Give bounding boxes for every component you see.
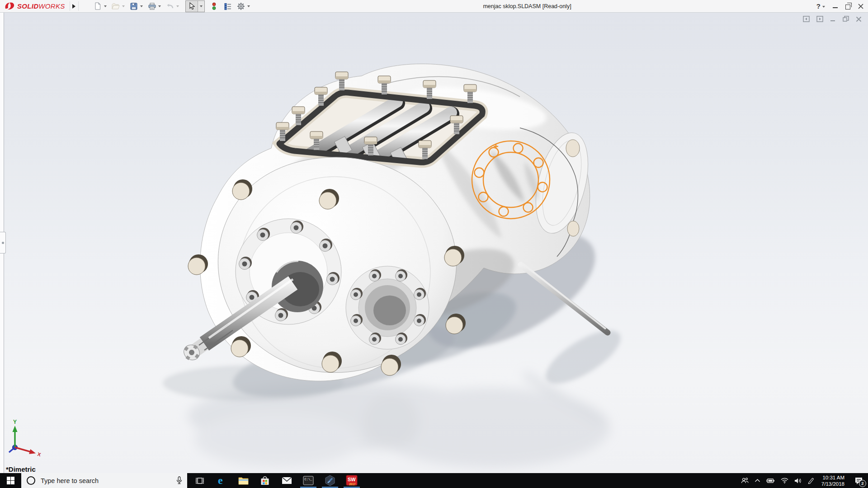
- microphone-icon[interactable]: [176, 476, 183, 485]
- edge-icon: e: [216, 475, 227, 486]
- save-button[interactable]: [129, 1, 147, 11]
- doc-restore-button[interactable]: [843, 16, 849, 22]
- command-prompt-button[interactable]: C:\_: [297, 473, 319, 488]
- store-icon: [260, 475, 270, 486]
- dropdown-caret[interactable]: [822, 6, 825, 8]
- end-cap-fitting[interactable]: [566, 140, 580, 157]
- rebuild-traffic-light-icon: [210, 2, 218, 10]
- solidworks-logo: SOLIDWORKS: [0, 2, 65, 11]
- file-properties-icon: [224, 2, 232, 10]
- taskbar-apps: e C:\_: [189, 473, 363, 488]
- dassault-logo-icon: [4, 2, 15, 11]
- app-window-controls: ?: [816, 0, 863, 12]
- brand-text-works: WORKS: [38, 2, 65, 10]
- clock-time: 10:31 AM: [821, 474, 844, 481]
- graphics-viewport[interactable]: Y X *Dimetric: [0, 13, 868, 473]
- command-prompt-icon: C:\_: [303, 476, 314, 485]
- dropdown-caret[interactable]: [140, 5, 143, 7]
- doc-minimize-button[interactable]: [830, 16, 836, 22]
- battery-icon[interactable]: [766, 478, 775, 483]
- action-center-button[interactable]: 2: [852, 474, 865, 488]
- solidworks-2017-button[interactable]: SW 2017: [341, 473, 363, 488]
- undo-button[interactable]: [165, 1, 184, 11]
- menu-flyout-button[interactable]: [70, 1, 79, 11]
- help-icon: ?: [816, 2, 821, 10]
- triad-x-label: X: [37, 451, 42, 458]
- rebuild-button[interactable]: [209, 1, 219, 11]
- triad-y-label: Y: [13, 419, 17, 425]
- system-tray: 10:31 AM 7/13/2018 2: [741, 473, 868, 488]
- dropdown-caret[interactable]: [176, 5, 179, 7]
- pen-icon[interactable]: [807, 477, 814, 484]
- close-button[interactable]: [858, 4, 863, 9]
- dropdown-caret: [200, 5, 203, 7]
- volume-icon[interactable]: [794, 478, 802, 484]
- print-button[interactable]: [147, 1, 165, 11]
- edge-button[interactable]: e: [211, 473, 232, 488]
- svg-text:SW: SW: [348, 477, 356, 482]
- svg-text:e: e: [218, 475, 223, 486]
- notification-badge: 2: [859, 480, 866, 487]
- output-hub-recess[interactable]: [346, 266, 429, 349]
- hexagon-app-button[interactable]: [319, 473, 341, 488]
- mail-icon: [282, 477, 292, 484]
- people-icon[interactable]: [741, 477, 749, 484]
- dropdown-caret[interactable]: [247, 5, 250, 7]
- print-icon: [148, 2, 156, 10]
- open-folder-icon: [112, 2, 120, 10]
- taskbar-clock[interactable]: 10:31 AM 7/13/2018: [821, 474, 844, 487]
- open-button[interactable]: [111, 1, 129, 11]
- save-floppy-icon: [130, 2, 138, 10]
- selected-flange-highlight[interactable]: [472, 141, 550, 219]
- dropdown-caret[interactable]: [158, 5, 161, 7]
- new-document-icon: [94, 2, 102, 10]
- pane-toggle-right-button[interactable]: [816, 16, 823, 22]
- file-explorer-icon: [238, 476, 249, 485]
- cortana-icon[interactable]: [27, 476, 35, 485]
- mail-button[interactable]: [276, 473, 297, 488]
- select-tool-button[interactable]: [186, 1, 198, 12]
- microsoft-store-button[interactable]: [254, 473, 276, 488]
- pane-toggle-left-button[interactable]: [803, 16, 810, 22]
- quick-access-toolbar: [93, 0, 255, 12]
- file-explorer-button[interactable]: [232, 473, 254, 488]
- taskbar-spacer: [363, 473, 741, 488]
- solidworks-2017-icon: SW 2017: [346, 474, 358, 487]
- document-window-controls: [803, 16, 862, 22]
- minimize-button[interactable]: [833, 7, 838, 8]
- feature-panel-expand-tab[interactable]: [0, 232, 6, 253]
- dropdown-caret[interactable]: [122, 5, 125, 7]
- select-tool-group: [185, 0, 205, 12]
- options-gear-icon: [237, 2, 245, 10]
- start-button[interactable]: [0, 473, 21, 488]
- svg-text:2017: 2017: [349, 483, 356, 486]
- doc-close-button[interactable]: [856, 16, 862, 22]
- help-button[interactable]: ?: [816, 2, 825, 10]
- taskbar-search[interactable]: [21, 473, 187, 488]
- select-cursor-icon: [189, 2, 195, 10]
- windows-logo-icon: [7, 477, 14, 484]
- restore-button[interactable]: [845, 5, 850, 9]
- dropdown-caret[interactable]: [104, 5, 107, 7]
- brand-text-solid: SOLID: [17, 2, 38, 10]
- new-document-button[interactable]: [93, 1, 111, 11]
- model-canvas[interactable]: Y X: [0, 13, 868, 473]
- file-properties-button[interactable]: [223, 1, 233, 11]
- window-title: menjac sklop.SLDASM [Read-only]: [483, 0, 571, 12]
- select-tool-dropdown[interactable]: [198, 1, 204, 12]
- windows-taskbar: e C:\_: [0, 473, 868, 488]
- clock-date: 7/13/2018: [821, 481, 844, 487]
- options-button[interactable]: [236, 1, 255, 11]
- panel-tab-grip: [2, 242, 4, 244]
- reference-triad: Y X: [9, 419, 42, 457]
- flyout-arrow-icon: [72, 4, 75, 9]
- wifi-icon[interactable]: [781, 478, 788, 483]
- task-view-button[interactable]: [189, 473, 211, 488]
- search-input[interactable]: [40, 477, 171, 485]
- task-view-icon: [195, 477, 204, 485]
- tray-overflow-chevron-icon[interactable]: [755, 479, 760, 483]
- hexagon-app-icon: [325, 475, 335, 486]
- view-orientation-label: *Dimetric: [6, 465, 36, 473]
- titlebar: SOLIDWORKS: [0, 0, 868, 13]
- svg-text:C:\_: C:\_: [305, 478, 313, 481]
